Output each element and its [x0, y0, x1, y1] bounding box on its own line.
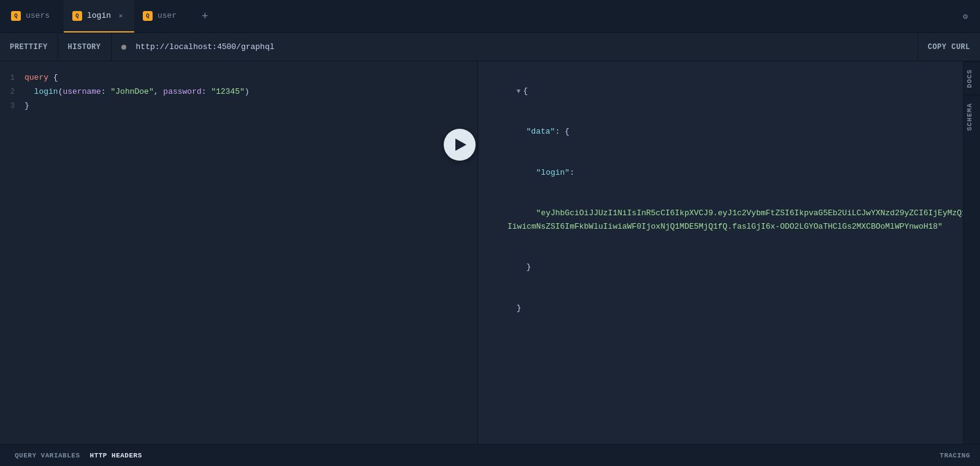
settings-button[interactable]: ⚙ — [953, 0, 978, 32]
tab-icon-login: Q — [72, 11, 82, 21]
code-line-1: 1 query { — [0, 71, 477, 85]
tab-login[interactable]: Q login ✕ — [64, 0, 134, 32]
main-content: 1 query { 2 login(username: "JohnDoe", p… — [0, 61, 980, 444]
add-tab-icon: + — [202, 10, 208, 23]
docs-button[interactable]: DOCS — [963, 61, 980, 95]
schema-button[interactable]: SCHEMA — [963, 95, 980, 139]
editor-pane[interactable]: 1 query { 2 login(username: "JohnDoe", p… — [0, 61, 478, 444]
result-line-2: "data": { — [488, 112, 970, 152]
gear-icon: ⚙ — [963, 12, 968, 21]
result-line-5: } — [488, 247, 970, 288]
result-line-3: "login": — [488, 153, 970, 193]
play-icon — [455, 139, 466, 151]
history-label: HISTORY — [68, 43, 101, 52]
result-pane: ▼{ "data": { "login": "eyJhbGciOiJJUzI1N… — [478, 61, 980, 444]
add-tab-button[interactable]: + — [196, 0, 215, 32]
query-variables-label: QUERY VARIABLES — [15, 452, 80, 459]
collapse-triangle[interactable]: ▼ — [517, 88, 521, 95]
tracing-button[interactable]: TRACING — [940, 452, 970, 459]
result-line-4: "eyJhbGciOiJJUzI1NiIsInR5cCI6IkpXVCJ9.ey… — [488, 193, 970, 247]
query-variables-button[interactable]: QUERY VARIABLES — [10, 452, 85, 459]
docs-label: DOCS — [966, 69, 973, 88]
line-number-3: 3 — [0, 101, 25, 112]
run-query-button[interactable] — [444, 129, 476, 161]
tab-icon-user: Q — [143, 11, 153, 21]
tracing-label: TRACING — [940, 452, 970, 459]
code-line-3: 3 } — [0, 99, 477, 113]
tab-close-login[interactable]: ✕ — [116, 11, 126, 21]
result-line-6: } — [488, 288, 970, 329]
http-headers-button[interactable]: HTTP HEADERS — [85, 452, 147, 459]
tab-label-users: users — [26, 11, 50, 20]
copy-curl-label: COPY CURL — [928, 43, 970, 52]
tab-icon-users: Q — [11, 11, 21, 21]
url-input[interactable] — [131, 42, 917, 52]
code-content-2: login(username: "JohnDoe", password: "12… — [25, 86, 477, 99]
history-button[interactable]: HISTORY — [58, 33, 112, 61]
toolbar: PRETTIFY HISTORY COPY CURL — [0, 33, 980, 61]
tab-bar: Q users Q login ✕ Q user + ⚙ — [0, 0, 980, 33]
copy-curl-button[interactable]: COPY CURL — [917, 33, 980, 61]
url-status-dot — [121, 45, 126, 50]
code-content-1: query { — [25, 72, 477, 85]
tab-users[interactable]: Q users — [2, 0, 64, 32]
tab-label-login: login — [87, 11, 111, 20]
tab-user[interactable]: Q user — [134, 0, 196, 32]
bottom-bar: QUERY VARIABLES HTTP HEADERS TRACING — [0, 444, 980, 466]
http-headers-label: HTTP HEADERS — [90, 452, 142, 459]
line-number-1: 1 — [0, 72, 25, 84]
tab-label-user: user — [158, 11, 177, 20]
side-panel: DOCS SCHEMA — [963, 61, 980, 444]
tab-spacer — [215, 0, 953, 32]
schema-label: SCHEMA — [966, 103, 973, 131]
code-line-2: 2 login(username: "JohnDoe", password: "… — [0, 85, 477, 99]
result-line-1: ▼{ — [488, 71, 970, 112]
code-content-3: } — [25, 100, 477, 113]
prettify-label: PRETTIFY — [10, 43, 48, 52]
line-number-2: 2 — [0, 86, 25, 98]
prettify-button[interactable]: PRETTIFY — [0, 33, 58, 61]
